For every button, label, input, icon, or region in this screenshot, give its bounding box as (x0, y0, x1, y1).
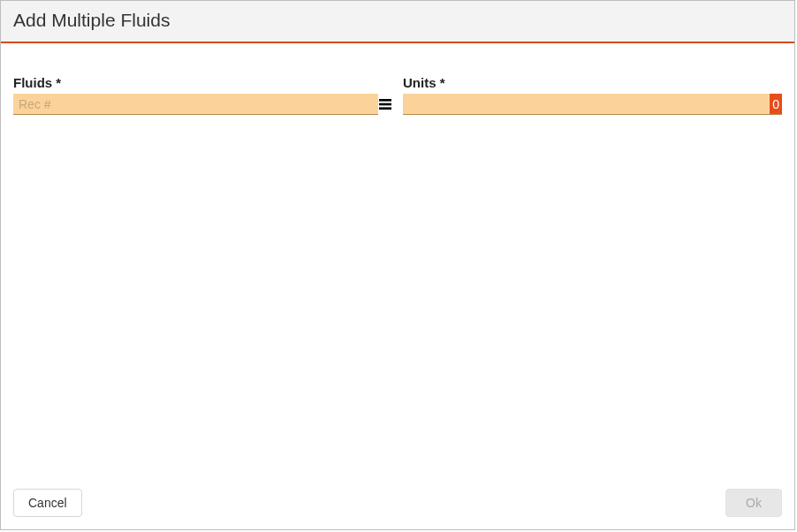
units-input[interactable] (403, 94, 770, 115)
add-multiple-fluids-dialog: Add Multiple Fluids Fluids * Units * 0 (0, 0, 795, 530)
svg-rect-0 (379, 99, 391, 102)
ok-button[interactable]: Ok (725, 489, 782, 517)
units-field: Units * 0 (403, 75, 782, 115)
svg-rect-1 (379, 103, 391, 106)
units-selection-highlight: 0 (770, 94, 782, 115)
fluids-input[interactable] (13, 94, 378, 115)
units-label: Units * (403, 75, 782, 90)
dialog-footer: Cancel Ok (1, 478, 794, 529)
fluids-field: Fluids * (13, 75, 392, 115)
dialog-title: Add Multiple Fluids (13, 10, 782, 31)
fluids-label: Fluids * (13, 75, 392, 90)
dialog-body: Fluids * Units * 0 (1, 43, 794, 478)
svg-rect-2 (379, 107, 391, 110)
dialog-header: Add Multiple Fluids (1, 1, 794, 43)
units-input-row: 0 (403, 94, 782, 115)
fluids-input-row (13, 94, 392, 115)
menu-icon[interactable] (378, 94, 392, 115)
cancel-button[interactable]: Cancel (13, 489, 82, 517)
